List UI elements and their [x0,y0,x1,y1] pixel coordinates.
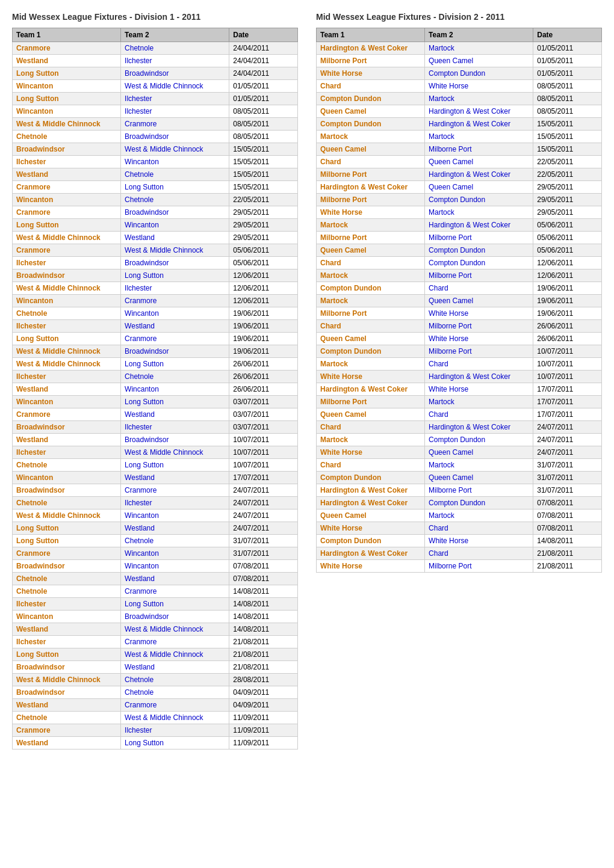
team1-cell: Long Sutton [13,67,121,80]
team1-cell: West & Middle Chinnock [13,358,121,371]
team1-cell: Wincanton [13,80,121,93]
team1-cell: Chetnole [13,131,121,143]
team2-cell: Queen Camel [425,446,533,459]
team2-cell: Wincanton [121,219,229,232]
team2-cell: Queen Camel [425,472,533,484]
team2-cell: Milborne Port [425,560,533,573]
table-row: Wincanton Cranmore 12/06/2011 [13,295,298,307]
team1-cell: Westland [13,383,121,396]
team1-cell: Compton Dundon [317,535,425,547]
team2-cell: Chetnole [121,686,229,699]
table-row: Long Sutton Broadwindsor 24/04/2011 [13,67,298,80]
team1-cell: Milborne Port [317,307,425,320]
team2-cell: Cranmore [121,585,229,598]
date-cell: 21/08/2011 [533,547,602,560]
table-row: Milborne Port White Horse 19/06/2011 [317,307,602,320]
team2-cell: Chetnole [121,194,229,206]
date-cell: 05/06/2011 [229,244,298,257]
table-row: Wincanton Ilchester 08/05/2011 [13,105,298,118]
table-row: Hardington & West Coker White Horse 17/0… [317,383,602,396]
team2-cell: Westland [121,472,229,484]
date-cell: 17/07/2011 [533,408,602,421]
team2-cell: Martock [425,42,533,55]
team1-cell: Milborne Port [317,396,425,408]
date-cell: 19/06/2011 [533,282,602,295]
date-cell: 17/07/2011 [533,396,602,408]
table-row: Long Sutton Ilchester 01/05/2011 [13,93,298,105]
team1-cell: Long Sutton [13,535,121,547]
team2-cell: Westland [121,320,229,333]
date-cell: 24/04/2011 [229,67,298,80]
table-row: Long Sutton Chetnole 31/07/2011 [13,535,298,547]
team1-cell: Queen Camel [317,408,425,421]
table-row: Milborne Port Hardington & West Coker 22… [317,168,602,181]
team1-cell: White Horse [317,560,425,573]
table-row: West & Middle Chinnock Wincanton 24/07/2… [13,509,298,522]
date-cell: 19/06/2011 [229,345,298,358]
team1-cell: Westland [13,699,121,712]
table-row: Wincanton Chetnole 22/05/2011 [13,194,298,206]
date-cell: 14/08/2011 [229,611,298,623]
date-cell: 24/07/2011 [229,522,298,535]
team1-cell: Compton Dundon [317,472,425,484]
team2-cell: Chetnole [121,42,229,55]
division2: Mid Wessex League Fixtures - Division 2 … [316,12,602,573]
team1-cell: White Horse [317,371,425,383]
table-row: Ilchester Cranmore 21/08/2011 [13,636,298,648]
date-cell: 12/06/2011 [229,295,298,307]
table-row: Wincanton Broadwindsor 14/08/2011 [13,611,298,623]
team2-cell: Broadwindsor [121,434,229,446]
date-cell: 15/05/2011 [229,143,298,156]
date-cell: 31/07/2011 [533,484,602,497]
table-row: Westland West & Middle Chinnock 14/08/20… [13,623,298,636]
team2-cell: Ilchester [121,282,229,295]
team2-cell: Ilchester [121,93,229,105]
team2-cell: White Horse [425,383,533,396]
date-cell: 24/07/2011 [533,446,602,459]
team2-cell: Wincanton [121,560,229,573]
team2-cell: Milborne Port [425,320,533,333]
team2-cell: Chard [425,358,533,371]
date-cell: 24/07/2011 [533,421,602,434]
team2-cell: Westland [121,573,229,585]
table-row: Martock Milborne Port 12/06/2011 [317,269,602,282]
team1-cell: Hardington & West Coker [317,181,425,194]
team2-cell: Broadwindsor [121,611,229,623]
table-row: Westland Ilchester 24/04/2011 [13,55,298,67]
date-cell: 22/05/2011 [533,168,602,181]
table-row: Ilchester Wincanton 15/05/2011 [13,156,298,168]
team1-cell: Compton Dundon [317,282,425,295]
team2-cell: Cranmore [121,295,229,307]
team2-cell: Wincanton [121,156,229,168]
team1-cell: West & Middle Chinnock [13,509,121,522]
table-row: Broadwindsor Long Sutton 12/06/2011 [13,269,298,282]
team1-cell: Broadwindsor [13,484,121,497]
table-row: White Horse Chard 07/08/2011 [317,522,602,535]
table-row: Chetnole Ilchester 24/07/2011 [13,497,298,509]
date-cell: 14/08/2011 [229,623,298,636]
team2-cell: Wincanton [121,509,229,522]
table-row: Ilchester Westland 19/06/2011 [13,320,298,333]
table-row: West & Middle Chinnock Westland 29/05/20… [13,232,298,244]
team2-cell: Compton Dundon [425,434,533,446]
table-row: Milborne Port Martock 17/07/2011 [317,396,602,408]
team2-cell: Martock [425,459,533,472]
division2-title: Mid Wessex League Fixtures - Division 2 … [316,12,602,22]
date-cell: 26/06/2011 [533,333,602,345]
team2-cell: West & Middle Chinnock [121,244,229,257]
team1-cell: Queen Camel [317,143,425,156]
team2-cell: West & Middle Chinnock [121,446,229,459]
team1-cell: Ilchester [13,598,121,611]
table-row: Hardington & West Coker Martock 01/05/20… [317,42,602,55]
date-cell: 29/05/2011 [533,194,602,206]
date-cell: 05/06/2011 [533,244,602,257]
team2-cell: Wincanton [121,307,229,320]
table-row: Milborne Port Milborne Port 05/06/2011 [317,232,602,244]
division1-header-row: Team 1 Team 2 Date [13,28,298,42]
date-cell: 12/06/2011 [533,257,602,269]
team1-cell: Wincanton [13,472,121,484]
date-cell: 17/07/2011 [533,383,602,396]
date-cell: 15/05/2011 [533,118,602,131]
team1-cell: Broadwindsor [13,143,121,156]
team2-cell: Westland [121,408,229,421]
